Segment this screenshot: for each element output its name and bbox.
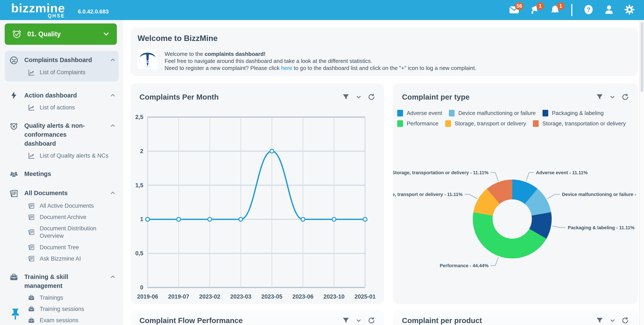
announcements-button[interactable]: 1 (530, 5, 540, 15)
chevron-up-icon[interactable] (110, 121, 116, 129)
sidebar-item-ask-bizzmine-ai[interactable]: Ask Bizzmine AI (27, 255, 116, 262)
data-point[interactable] (177, 217, 180, 221)
data-point[interactable] (332, 217, 336, 221)
filter-icon[interactable] (596, 94, 603, 101)
sidebar-item-training-sessions[interactable]: Training sessions (27, 306, 116, 313)
chevron-down-icon[interactable] (610, 94, 615, 100)
refresh-icon[interactable] (622, 94, 629, 101)
legend-row: Adverse event Device malfunctioning or f… (397, 110, 633, 116)
data-point[interactable] (208, 217, 212, 221)
sidebar-item-exam-sessions[interactable]: Exam sessions (27, 317, 116, 324)
legend-row: Performance Storage, transport or delive… (397, 120, 633, 127)
sidebar-item-list-of-quality-alerts[interactable]: List of Quality alerts & NCs (27, 152, 116, 160)
documents-icon (27, 255, 36, 262)
briefcase-icon (27, 317, 36, 324)
sidebar-item-list-of-actions[interactable]: List of actions (27, 104, 116, 111)
here-link[interactable]: here (281, 65, 292, 71)
welcome-card: Welcome to BizzMine Welcome to the compl… (130, 28, 638, 76)
lightning-icon (9, 91, 19, 100)
topbar: bizzmine QHSE 6.0.42.0.683 56 1 1 ? (0, 0, 644, 20)
sidebar-subitem-label: Ask Bizzmine AI (40, 255, 81, 262)
refresh-icon[interactable] (368, 94, 375, 101)
complaint-per-product-card: Complaint per product (393, 310, 638, 325)
scrollbar-thumb[interactable] (640, 22, 643, 92)
legend-item[interactable]: Storage, transportation or delivery (533, 120, 626, 127)
data-point[interactable] (363, 217, 367, 221)
chevron-up-icon[interactable] (110, 56, 116, 64)
x-tick-label: 2023-02 (199, 294, 220, 300)
settings-button[interactable] (624, 5, 634, 15)
sidebar-item-meetings[interactable]: Meetings (9, 169, 116, 179)
version-label: 6.0.42.0.683 (78, 8, 109, 15)
chevron-down-icon[interactable] (356, 94, 362, 100)
alarm-x-icon (9, 121, 19, 130)
sidebar: 01. Quality Complaints Dashboard List of (0, 20, 123, 325)
sidebar-subitem-label: All Active Documents (40, 202, 94, 210)
filter-icon[interactable] (342, 94, 350, 101)
legend-item[interactable]: Storage, transport or delivery (445, 120, 526, 127)
alarm-check-icon (12, 29, 22, 40)
complaint-per-type-card: Complaint per type Adverse event Device … (393, 84, 638, 304)
sidebar-subitem-label: Trainings (40, 294, 63, 302)
help-icon: ? (583, 4, 594, 16)
sidebar-item-list-of-complaints[interactable]: List of Complaints (27, 69, 116, 76)
sidebar-subitem-label: Training sessions (40, 306, 84, 313)
bizzmine-logo[interactable]: bizzmine QHSE (11, 2, 65, 18)
data-point[interactable] (146, 217, 150, 221)
card-header: Complaint per type (393, 84, 638, 101)
refresh-icon[interactable] (368, 317, 375, 324)
sidebar-item-training-skill-management[interactable]: Training & skill management (9, 272, 116, 290)
sidebar-item-trainings[interactable]: Trainings (27, 294, 116, 302)
chevron-down-icon[interactable] (610, 318, 615, 323)
x-tick-label: 2025-01 (354, 294, 376, 300)
card-title: Complaints Per Month (140, 93, 342, 101)
card-actions (596, 317, 629, 324)
user-button[interactable] (604, 5, 614, 15)
user-icon (604, 4, 614, 16)
sidebar-item-action-dashboard[interactable]: Action dashboard (9, 91, 116, 100)
chevron-up-icon[interactable] (110, 91, 116, 99)
line-chart-icon (27, 104, 36, 111)
filter-icon[interactable] (596, 317, 603, 324)
page-scrollbar[interactable] (639, 20, 644, 325)
chevron-down-icon[interactable] (356, 318, 362, 323)
sidebar-item-label: Complaints Dashboard (24, 56, 95, 64)
notifications-button[interactable]: 1 (550, 5, 560, 15)
sidebar-item-all-active-documents[interactable]: All Active Documents (27, 202, 116, 210)
pickaxe-icon (138, 49, 158, 69)
welcome-title: Welcome to BizzMine (138, 34, 218, 43)
card-header: Complaint Flow Performance (130, 310, 384, 325)
card-actions (342, 317, 375, 324)
legend-item[interactable]: Device malfunctioning or failure (449, 110, 536, 116)
legend-swatch (449, 110, 455, 116)
legend-item[interactable]: Adverse event (397, 110, 442, 116)
nav-section-training: Training & skill management Trainings Tr… (5, 272, 118, 324)
sidebar-item-label: All Documents (24, 188, 95, 198)
nav-section-complaints-dashboard: Complaints Dashboard List of Complaints (5, 51, 118, 82)
filter-icon[interactable] (342, 317, 350, 324)
sidebar-item-document-distribution-overview[interactable]: Document Distribution Overview (27, 225, 116, 240)
sidebar-item-all-documents[interactable]: All Documents (9, 188, 116, 198)
help-button[interactable]: ? (584, 5, 594, 15)
welcome-line-1: Welcome to the complaints dashboard! (165, 50, 476, 58)
y-tick-label: 1,5 (135, 182, 143, 188)
chevron-up-icon[interactable] (110, 272, 116, 280)
sidebar-subitem-label: List of Complaints (40, 69, 86, 76)
legend-item[interactable]: Packaging & labeling (542, 110, 604, 116)
welcome-line-2: Feel free to navigate around this dashbo… (165, 58, 476, 64)
data-point[interactable] (239, 217, 243, 221)
chevron-up-icon[interactable] (110, 188, 116, 196)
refresh-icon[interactable] (622, 317, 629, 324)
sidebar-item-document-archive[interactable]: Document Archive (27, 214, 116, 221)
sidebar-item-quality-alerts-dashboard[interactable]: Quality alerts & non-conformances dashbo… (9, 121, 116, 148)
sidebar-item-complaints-dashboard[interactable]: Complaints Dashboard (9, 56, 116, 65)
legend-item[interactable]: Performance (397, 120, 438, 127)
pin-icon[interactable] (10, 308, 21, 322)
workspace-selector[interactable]: 01. Quality (5, 24, 117, 45)
data-point[interactable] (270, 149, 274, 153)
line-chart-icon (27, 69, 36, 76)
messages-button[interactable]: 56 (509, 5, 519, 15)
nav-section-quality-alerts: Quality alerts & non-conformances dashbo… (5, 121, 118, 160)
sidebar-item-document-tree[interactable]: Document Tree (27, 244, 116, 251)
data-point[interactable] (301, 217, 305, 221)
